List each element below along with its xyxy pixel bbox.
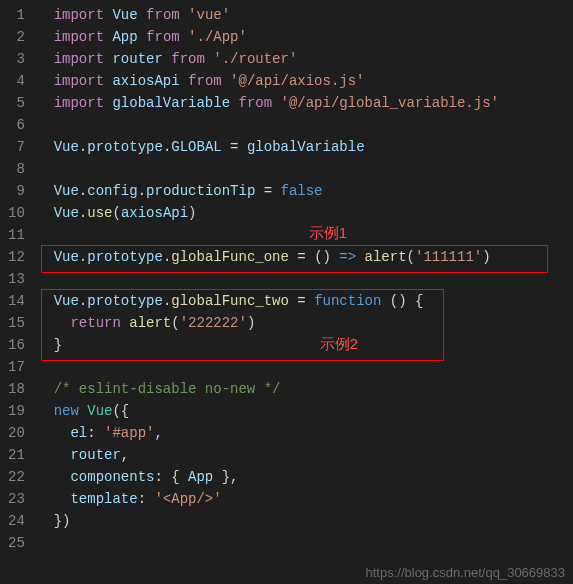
code-line: return alert('222222') — [37, 312, 573, 334]
watermark: https://blog.csdn.net/qq_30669833 — [366, 565, 566, 580]
code-line: import axiosApi from '@/api/axios.js' — [37, 70, 573, 92]
code-editor[interactable]: 1234567891011121314151617181920212223242… — [0, 0, 573, 584]
code-line: Vue.config.productionTip = false — [37, 180, 573, 202]
code-line: Vue.prototype.GLOBAL = globalVariable — [37, 136, 573, 158]
code-line: new Vue({ — [37, 400, 573, 422]
code-line: template: '<App/>' — [37, 488, 573, 510]
code-line — [37, 224, 573, 246]
code-line — [37, 158, 573, 180]
code-line: import globalVariable from '@/api/global… — [37, 92, 573, 114]
code-line: import Vue from 'vue' — [37, 4, 573, 26]
code-line — [37, 114, 573, 136]
code-line: } — [37, 334, 573, 356]
code-line — [37, 356, 573, 378]
code-line — [37, 268, 573, 290]
code-line: el: '#app', — [37, 422, 573, 444]
code-line: /* eslint-disable no-new */ — [37, 378, 573, 400]
code-line: import App from './App' — [37, 26, 573, 48]
code-line: components: { App }, — [37, 466, 573, 488]
code-line: Vue.prototype.globalFunc_one = () => ale… — [37, 246, 573, 268]
code-line: Vue.use(axiosApi) — [37, 202, 573, 224]
code-line: import router from './router' — [37, 48, 573, 70]
code-line: }) — [37, 510, 573, 532]
code-line: router, — [37, 444, 573, 466]
code-line — [37, 532, 573, 554]
code-line: Vue.prototype.globalFunc_two = function … — [37, 290, 573, 312]
code-area[interactable]: import Vue from 'vue' import App from '.… — [37, 0, 573, 584]
line-gutter: 1234567891011121314151617181920212223242… — [0, 0, 37, 584]
